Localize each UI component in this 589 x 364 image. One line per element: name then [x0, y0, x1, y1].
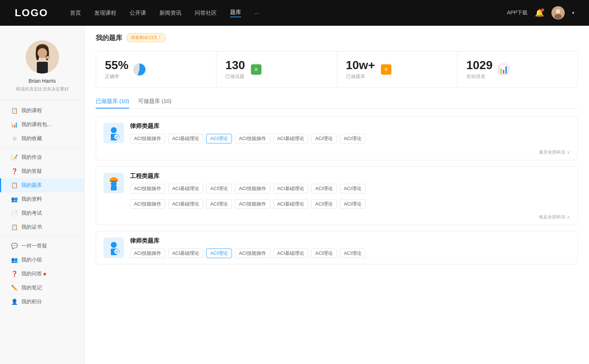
tag-active[interactable]: ACI理论	[206, 249, 232, 258]
sidebar-item-points[interactable]: 👤 我的积分	[0, 295, 84, 309]
tab-available-banks[interactable]: 可做题库 (10)	[138, 98, 172, 108]
expand-link-1[interactable]: 展开全部科目 ∨	[96, 149, 578, 160]
main-content: 我的题库 体验剩余23天！ 55% 正确率 130 已做试题 ≡	[85, 26, 589, 364]
notification-dot	[541, 8, 544, 11]
tag[interactable]: ACI基础理论	[273, 249, 308, 258]
sidebar-item-my-course[interactable]: 📋 我的课程	[0, 104, 84, 118]
sidebar-label: 我的考试	[21, 210, 42, 217]
notification-bell[interactable]: 🔔	[535, 8, 544, 17]
tag[interactable]: ACI理论	[311, 184, 337, 193]
profile-avatar	[26, 40, 59, 74]
doc-green-icon: ≡	[251, 64, 261, 75]
tag[interactable]: ACI理论	[340, 249, 366, 258]
tag[interactable]: ACI理论	[206, 184, 232, 193]
sidebar-label: 我的课程	[21, 107, 42, 114]
tag[interactable]: ACI理论	[340, 134, 366, 143]
bank-content-2: 工程类题库 ACI技能操作 ACI基础理论 ACI理论 ACI技能操作 ACI基…	[130, 172, 570, 193]
tag[interactable]: ACI技能操作	[235, 199, 270, 209]
bank-icon: 📋	[11, 182, 18, 189]
tutor-icon: 💬	[11, 243, 18, 249]
chevron-down-icon[interactable]: ▾	[572, 10, 574, 15]
nav-open-course[interactable]: 公开课	[130, 10, 146, 17]
nav-question-bank[interactable]: 题库	[230, 9, 241, 17]
tag[interactable]: ACI基础理论	[168, 134, 204, 143]
tab-done-banks[interactable]: 已做题库 (10)	[96, 98, 129, 108]
sidebar-item-homework[interactable]: 📝 我的作业	[0, 150, 84, 164]
stat-accuracy-label: 正确率	[105, 73, 128, 80]
nav-news[interactable]: 新闻资讯	[159, 10, 181, 17]
sidebar-item-question-bank[interactable]: 📋 我的题库	[0, 178, 84, 192]
stat-questions-label: 已做试题	[225, 73, 245, 80]
tag[interactable]: ACI技能操作	[235, 184, 270, 193]
points-icon: 👤	[11, 299, 18, 305]
bank-header-2: 工程类题库 ACI技能操作 ACI基础理论 ACI理论 ACI技能操作 ACI基…	[96, 167, 578, 199]
sidebar-item-questions[interactable]: ❓ 我的问答	[0, 267, 84, 281]
bank-icon-lawyer-2	[103, 238, 124, 258]
tag[interactable]: ACI基础理论	[168, 184, 204, 193]
sidebar-item-qa[interactable]: ❓ 我的答疑	[0, 164, 84, 178]
sidebar-label: 我的资料	[21, 196, 42, 203]
tag[interactable]: ACI技能操作	[235, 249, 270, 258]
sidebar-item-group[interactable]: 👥 我的小组	[0, 253, 84, 267]
sidebar-label: 我的题库	[21, 182, 42, 189]
bank-title-2: 工程类题库	[130, 172, 570, 180]
tag[interactable]: ACI基础理论	[273, 184, 308, 193]
tag-active[interactable]: ACI理论	[206, 134, 232, 143]
svg-rect-9	[37, 62, 48, 74]
trial-badge: 体验剩余23天！	[127, 33, 166, 42]
sidebar-label: 我的笔记	[21, 285, 42, 291]
sidebar-item-exam[interactable]: 📄 我的考试	[0, 206, 84, 220]
tag[interactable]: ACI技能操作	[235, 134, 270, 143]
notes-icon: ✏️	[11, 285, 18, 291]
sidebar-motto: 错误的决定比没有决定要好	[16, 86, 69, 92]
bank-icon-lawyer-1	[103, 123, 124, 143]
questions-doc-icon: ≡	[250, 63, 263, 76]
sidebar-item-course-package[interactable]: 📊 我的课程包...	[0, 118, 84, 132]
tag[interactable]: ACI基础理论	[168, 199, 204, 209]
collapse-link-2[interactable]: 收起全部科目 ∧	[96, 214, 578, 225]
sidebar-item-favorites[interactable]: ☆ 我的收藏	[0, 132, 84, 146]
svg-point-20	[111, 242, 117, 248]
tag[interactable]: ACI技能操作	[130, 184, 165, 193]
sidebar-item-certificate[interactable]: 📋 我的证书	[0, 220, 84, 234]
bank-section-engineer: 工程类题库 ACI技能操作 ACI基础理论 ACI理论 ACI技能操作 ACI基…	[96, 166, 578, 225]
tag[interactable]: ACI理论	[311, 134, 337, 143]
avatar[interactable]	[551, 6, 565, 19]
sidebar-item-notes[interactable]: ✏️ 我的笔记	[0, 281, 84, 295]
unread-dot	[43, 273, 46, 275]
sidebar-item-materials[interactable]: 👥 我的资料	[0, 192, 84, 206]
navbar: LOGO 首页 发现课程 公开课 新闻资讯 问答社区 题库 ··· APP下载 …	[0, 0, 589, 26]
tag[interactable]: ACI理论	[206, 199, 232, 209]
tag[interactable]: ACI技能操作	[130, 249, 165, 258]
divider	[0, 148, 84, 148]
tag[interactable]: ACI理论	[340, 184, 366, 193]
nav-more[interactable]: ···	[254, 10, 259, 16]
stat-banks-label: 已做题库	[346, 73, 375, 80]
sidebar-label: 我的积分	[21, 299, 42, 305]
stat-accuracy-number: 55%	[105, 59, 128, 72]
nav-home[interactable]: 首页	[70, 10, 81, 17]
nav-discover[interactable]: 发现课程	[94, 10, 116, 17]
divider	[0, 236, 84, 237]
tag[interactable]: ACI基础理论	[273, 134, 308, 143]
bank-content-1: 律师类题库 ACI技能操作 ACI基础理论 ACI理论 ACI技能操作 ACI基…	[130, 122, 570, 143]
stat-banks-done: 10w+ 已做题库 ≡	[337, 51, 458, 87]
app-download-button[interactable]: APP下载	[507, 10, 528, 16]
nav-qa[interactable]: 问答社区	[195, 10, 217, 17]
svg-point-1	[556, 9, 560, 14]
question-icon: ❓	[11, 271, 18, 277]
stat-accuracy: 55% 正确率	[96, 51, 216, 87]
tag[interactable]: ACI技能操作	[130, 199, 165, 209]
tag[interactable]: ACI技能操作	[130, 134, 165, 143]
sidebar-label: 我的收藏	[21, 135, 42, 142]
pie-chart	[134, 64, 145, 75]
tag[interactable]: ACI理论	[340, 199, 366, 209]
sidebar-item-one-on-one[interactable]: 💬 一对一答疑	[0, 239, 84, 253]
tag[interactable]: ACI理论	[311, 199, 337, 209]
tag[interactable]: ACI基础理论	[273, 199, 308, 209]
stat-rank-label: 全站排名	[466, 73, 493, 80]
tag[interactable]: ACI基础理论	[168, 249, 204, 258]
tag[interactable]: ACI理论	[311, 249, 337, 258]
bank-section-lawyer-1: 律师类题库 ACI技能操作 ACI基础理论 ACI理论 ACI技能操作 ACI基…	[96, 116, 578, 160]
stat-banks-number: 10w+	[346, 59, 375, 72]
